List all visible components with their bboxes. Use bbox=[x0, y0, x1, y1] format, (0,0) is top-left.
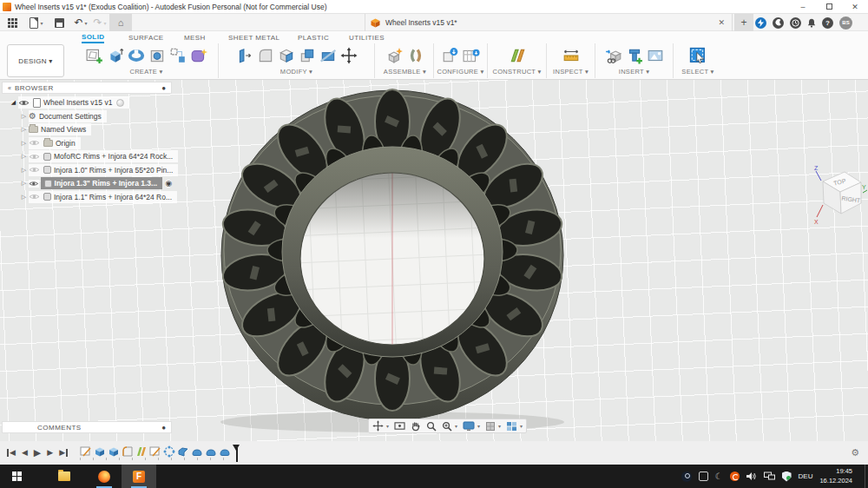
comments-header[interactable]: COMMENTS ● bbox=[2, 421, 172, 433]
visibility-eye-off-icon[interactable] bbox=[29, 166, 40, 174]
group-label-inspect[interactable]: INSPECT ▾ bbox=[553, 68, 589, 76]
step-back-button[interactable]: ◀ bbox=[22, 449, 28, 457]
app-window-tray-icon[interactable] bbox=[699, 472, 708, 481]
tree-row-component[interactable]: ▷ Injora 1.1" Rims + Injora 64*24 Ro... bbox=[2, 191, 172, 203]
measure-icon[interactable] bbox=[562, 47, 581, 64]
press-pull-icon[interactable] bbox=[236, 47, 253, 64]
fillet-icon[interactable] bbox=[257, 47, 274, 64]
go-to-end-button[interactable]: ▶ bbox=[59, 449, 68, 457]
create-form-icon[interactable] bbox=[190, 47, 207, 64]
tab-plastic[interactable]: PLASTIC bbox=[298, 31, 329, 43]
quiet-hours-icon[interactable]: ☾ bbox=[715, 472, 723, 481]
language-indicator[interactable]: DEU bbox=[799, 472, 813, 480]
minimize-button[interactable]: – bbox=[790, 0, 816, 13]
volume-icon[interactable] bbox=[746, 472, 757, 481]
close-button[interactable]: ✕ bbox=[842, 0, 868, 13]
visibility-eye-icon[interactable] bbox=[18, 99, 30, 107]
collapse-panel-icon[interactable]: « bbox=[8, 85, 11, 91]
extrude-icon[interactable] bbox=[107, 47, 124, 64]
group-label-insert[interactable]: INSERT ▾ bbox=[619, 68, 649, 76]
file-explorer-button[interactable] bbox=[47, 465, 82, 488]
document-tab[interactable]: Wheel Inserts v15 v1* ✕ bbox=[365, 14, 733, 31]
view-cube[interactable]: TOP RIGHT Z Y X bbox=[806, 163, 868, 228]
construction-plane-icon[interactable] bbox=[508, 47, 527, 64]
taskbar-clock[interactable]: 19:45 16.12.2024 bbox=[819, 467, 852, 485]
tree-row-document-settings[interactable]: ▷ ⚙Document Settings bbox=[2, 110, 172, 122]
feature-circular-pattern-icon[interactable] bbox=[163, 445, 175, 458]
feature-body-icon[interactable] bbox=[191, 445, 203, 458]
revolve-icon[interactable] bbox=[128, 47, 145, 64]
show-desktop-button[interactable] bbox=[865, 465, 868, 488]
viewports-button[interactable]: ▾ bbox=[506, 421, 523, 432]
tab-utilities[interactable]: UTILITIES bbox=[349, 31, 385, 43]
visibility-eye-off-icon[interactable] bbox=[29, 193, 40, 201]
security-shield-icon[interactable] bbox=[782, 472, 792, 482]
feature-sketch-icon[interactable] bbox=[80, 445, 92, 458]
group-label-configure[interactable]: CONFIGURE ▾ bbox=[437, 68, 483, 76]
notifications-button[interactable] bbox=[807, 18, 816, 28]
visibility-eye-icon[interactable] bbox=[29, 180, 39, 188]
joint-icon[interactable] bbox=[407, 47, 424, 64]
presence-button[interactable] bbox=[773, 17, 784, 29]
app-grid-button[interactable] bbox=[3, 14, 21, 31]
help-button[interactable]: ? bbox=[822, 17, 833, 29]
group-label-assemble[interactable]: ASSEMBLE ▾ bbox=[384, 68, 426, 76]
group-label-construct[interactable]: CONSTRUCT ▾ bbox=[492, 68, 541, 76]
new-component-icon[interactable] bbox=[386, 47, 404, 64]
orbit-button[interactable]: ▾ bbox=[372, 420, 389, 432]
start-button[interactable] bbox=[0, 465, 35, 488]
play-button[interactable]: ▶ bbox=[34, 448, 41, 458]
app-orange-tray-icon[interactable] bbox=[730, 472, 740, 481]
visibility-eye-off-icon[interactable] bbox=[29, 139, 40, 147]
visibility-eye-off-icon[interactable] bbox=[29, 153, 40, 161]
fit-button[interactable]: ▾ bbox=[442, 421, 457, 432]
insert-derive-icon[interactable] bbox=[605, 47, 622, 64]
tree-root-row[interactable]: ◢ Wheel Inserts v15 v1 bbox=[2, 96, 172, 109]
feature-plane-icon[interactable] bbox=[135, 445, 148, 458]
component-color-swatch[interactable] bbox=[116, 99, 124, 107]
timeline-settings-gear-icon[interactable]: ⚙ bbox=[851, 447, 859, 458]
job-status-button[interactable] bbox=[790, 17, 801, 29]
configuration-table-icon[interactable] bbox=[463, 47, 480, 64]
new-tab-button[interactable]: + bbox=[734, 14, 753, 31]
feature-extrude-icon[interactable] bbox=[177, 445, 189, 458]
tree-row-named-views[interactable]: ▷ Named Views bbox=[2, 123, 172, 135]
combine-icon[interactable] bbox=[299, 47, 316, 64]
home-view-button[interactable]: ⌂ bbox=[109, 14, 132, 31]
firefox-button[interactable] bbox=[87, 465, 122, 488]
feature-body-icon[interactable] bbox=[205, 445, 217, 458]
browser-header[interactable]: « BROWSER ● bbox=[2, 82, 172, 94]
undo-button[interactable]: ↶▾ bbox=[71, 14, 90, 31]
create-sketch-icon[interactable] bbox=[86, 47, 103, 64]
browser-minimize-icon[interactable]: ● bbox=[161, 84, 166, 92]
redo-button[interactable]: ↷▾ bbox=[90, 14, 109, 31]
insert-fastener-icon[interactable] bbox=[626, 47, 643, 64]
feature-extrude-icon[interactable] bbox=[94, 445, 106, 458]
save-button[interactable] bbox=[50, 14, 68, 31]
extensions-button[interactable] bbox=[755, 17, 766, 29]
select-icon[interactable] bbox=[688, 46, 707, 65]
step-forward-button[interactable]: ▶ bbox=[47, 449, 53, 457]
tab-solid[interactable]: SOLID bbox=[82, 31, 104, 43]
group-label-modify[interactable]: MODIFY ▾ bbox=[280, 68, 312, 76]
shell-icon[interactable] bbox=[278, 47, 295, 64]
steam-tray-icon[interactable] bbox=[681, 472, 692, 482]
move-copy-icon[interactable] bbox=[340, 47, 358, 64]
group-label-create[interactable]: CREATE ▾ bbox=[129, 68, 162, 76]
look-at-button[interactable] bbox=[394, 421, 405, 431]
tree-row-origin[interactable]: ▷ Origin bbox=[2, 137, 172, 149]
feature-fillet-icon[interactable] bbox=[122, 445, 134, 458]
fusion-360-button[interactable]: F bbox=[122, 465, 156, 488]
feature-body-icon[interactable] bbox=[219, 445, 231, 458]
tree-row-component[interactable]: ▷ MofoRC Rims + Injora 64*24 Rock... bbox=[2, 150, 172, 162]
profile-avatar[interactable]: BS bbox=[839, 16, 852, 30]
activate-component-radio[interactable]: ◉ bbox=[165, 180, 172, 188]
grid-and-snaps-button[interactable]: ▾ bbox=[485, 421, 501, 432]
configuration-icon[interactable] bbox=[442, 47, 459, 64]
canvas-icon[interactable] bbox=[647, 47, 664, 64]
pan-button[interactable] bbox=[411, 421, 421, 432]
hole-icon[interactable] bbox=[148, 47, 166, 64]
feature-sketch-icon[interactable] bbox=[149, 445, 161, 458]
viewport-canvas[interactable]: TOP RIGHT Z Y X « BROWSER ● ◢ Wheel Inse… bbox=[0, 80, 868, 441]
tree-row-component-selected[interactable]: ▷ Injora 1.3" Rims + Injora 1.3... ◉ bbox=[2, 177, 172, 189]
